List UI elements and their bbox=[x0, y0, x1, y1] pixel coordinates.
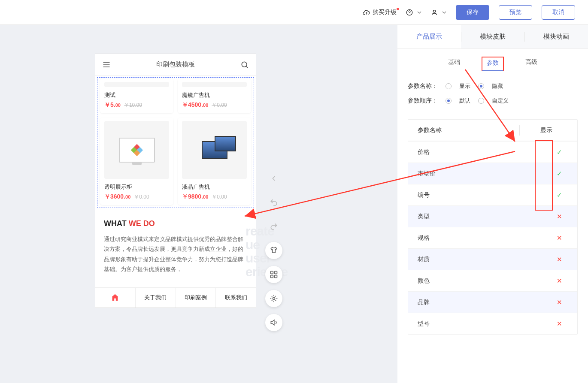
tab-product-display[interactable]: 产品展示 bbox=[397, 25, 461, 48]
head-separator bbox=[519, 125, 520, 136]
phone-header: 印刷包装模板 bbox=[95, 54, 256, 75]
user-icon bbox=[431, 9, 438, 16]
param-name: 规格 bbox=[418, 234, 551, 242]
radio-show-label: 显示 bbox=[459, 82, 470, 90]
param-toggle[interactable]: ✕ bbox=[551, 256, 568, 263]
nav-contact[interactable]: 联系我们 bbox=[215, 288, 256, 308]
product-card[interactable]: 测试 ￥5.00￥10.00 bbox=[100, 78, 173, 113]
panel-tabs: 产品展示 模块皮肤 模块动画 bbox=[397, 25, 588, 49]
param-row: 类型✕ bbox=[408, 205, 577, 227]
nav-home[interactable] bbox=[95, 288, 135, 308]
arrow-left-icon bbox=[270, 174, 278, 183]
svg-rect-5 bbox=[271, 275, 273, 278]
param-toggle[interactable]: ✕ bbox=[551, 299, 568, 306]
product-grid: 测试 ￥5.00￥10.00 魔镜广告机 ￥4500.00￥0.00 透明展示柜… bbox=[100, 78, 251, 205]
radio-default-label: 默认 bbox=[459, 97, 470, 105]
radio-hide[interactable] bbox=[478, 83, 484, 89]
undo-button[interactable] bbox=[265, 194, 282, 211]
product-card[interactable]: 透明展示柜 ￥3600.00￥0.00 bbox=[100, 118, 173, 205]
param-toggle[interactable]: ✓ bbox=[551, 191, 568, 199]
param-toggle[interactable]: ✕ bbox=[551, 277, 568, 285]
back-button[interactable] bbox=[265, 170, 282, 187]
param-name: 型号 bbox=[418, 320, 551, 328]
product-card[interactable]: 魔镜广告机 ￥4500.00￥0.00 bbox=[178, 78, 251, 113]
param-toggle[interactable]: ✕ bbox=[551, 234, 568, 242]
sub-tab-advanced[interactable]: 高级 bbox=[521, 57, 542, 71]
product-image bbox=[182, 121, 247, 179]
param-toggle[interactable]: ✓ bbox=[551, 148, 568, 156]
product-price: ￥4500.00 bbox=[182, 101, 208, 108]
svg-rect-3 bbox=[271, 271, 273, 274]
product-strike: ￥0.00 bbox=[212, 102, 227, 108]
product-strike: ￥10.00 bbox=[124, 102, 142, 108]
setting-label: 参数顺序： bbox=[408, 97, 438, 105]
param-row: 颜色✕ bbox=[408, 270, 577, 291]
sound-button[interactable] bbox=[265, 314, 282, 331]
nav-cases[interactable]: 印刷案例 bbox=[176, 288, 216, 308]
help-icon bbox=[406, 9, 413, 16]
floating-tools bbox=[265, 170, 282, 331]
account-menu[interactable] bbox=[431, 9, 446, 16]
search-icon[interactable] bbox=[240, 60, 249, 69]
help-menu[interactable] bbox=[406, 9, 421, 16]
param-toggle[interactable]: ✓ bbox=[551, 170, 568, 178]
cancel-button[interactable]: 取消 bbox=[542, 5, 575, 20]
save-button[interactable]: 保存 bbox=[456, 5, 489, 20]
param-name: 品牌 bbox=[418, 299, 551, 306]
phone-preview: 印刷包装模板 测试 ￥5.00￥10.00 魔镜广告机 ￥4500.00￥0.0… bbox=[95, 54, 256, 308]
tshirt-icon bbox=[270, 246, 278, 255]
product-strike: ￥0.00 bbox=[212, 194, 227, 200]
sub-tab-basic[interactable]: 基础 bbox=[444, 57, 464, 71]
head-display: 显示 bbox=[525, 127, 568, 134]
param-row: 规格✕ bbox=[408, 227, 577, 248]
product-card[interactable]: 液晶广告机 ￥9800.00￥0.00 bbox=[178, 118, 251, 205]
param-row: 材质✕ bbox=[408, 248, 577, 270]
phone-title: 印刷包装模板 bbox=[156, 60, 195, 69]
svg-point-1 bbox=[433, 10, 435, 12]
param-row: 型号✕ bbox=[408, 313, 577, 334]
tab-module-skin[interactable]: 模块皮肤 bbox=[461, 25, 524, 48]
sub-tab-params[interactable]: 参数 bbox=[482, 57, 504, 71]
tab-module-animation[interactable]: 模块动画 bbox=[524, 25, 588, 48]
product-image bbox=[182, 82, 247, 87]
grid-button[interactable] bbox=[265, 266, 282, 283]
product-name: 液晶广告机 bbox=[182, 183, 247, 191]
redo-button[interactable] bbox=[265, 218, 282, 235]
product-name: 透明展示柜 bbox=[104, 183, 169, 191]
notification-dot bbox=[397, 8, 399, 10]
redo-icon bbox=[270, 222, 278, 231]
radio-hide-label: 隐藏 bbox=[492, 82, 503, 90]
param-toggle[interactable]: ✕ bbox=[551, 213, 568, 220]
param-name: 类型 bbox=[418, 213, 551, 220]
cloud-upload-icon bbox=[363, 9, 370, 16]
grid-icon bbox=[270, 270, 278, 279]
product-grid-selection[interactable]: 测试 ￥5.00￥10.00 魔镜广告机 ￥4500.00￥0.00 透明展示柜… bbox=[97, 77, 254, 208]
svg-rect-4 bbox=[275, 271, 277, 274]
param-table: 参数名称 显示 价格✓市场价✓编号✓类型✕规格✕材质✕颜色✕品牌✕型号✕ bbox=[408, 119, 578, 335]
top-toolbar: 购买升级 保存 预览 取消 bbox=[0, 0, 588, 25]
svg-point-2 bbox=[242, 62, 247, 67]
tshirt-button[interactable] bbox=[265, 242, 282, 259]
radio-show[interactable] bbox=[446, 83, 452, 89]
preview-button[interactable]: 预览 bbox=[499, 5, 532, 20]
product-image bbox=[104, 82, 169, 87]
product-name: 测试 bbox=[104, 91, 169, 99]
radio-custom[interactable] bbox=[478, 98, 484, 104]
param-toggle[interactable]: ✕ bbox=[551, 320, 568, 328]
purchase-upgrade-link[interactable]: 购买升级 bbox=[363, 9, 397, 16]
radio-default[interactable] bbox=[446, 98, 452, 104]
param-row: 品牌✕ bbox=[408, 291, 577, 313]
param-row: 编号✓ bbox=[408, 184, 577, 205]
purchase-upgrade-label: 购买升级 bbox=[373, 9, 397, 16]
gear-icon bbox=[270, 294, 278, 303]
setting-param-order: 参数顺序： 默认 自定义 bbox=[408, 97, 578, 105]
product-price: ￥9800.00 bbox=[182, 193, 208, 200]
settings-block: 参数名称： 显示 隐藏 参数顺序： 默认 自定义 bbox=[397, 71, 588, 119]
settings-gear-button[interactable] bbox=[265, 290, 282, 307]
setting-param-name: 参数名称： 显示 隐藏 bbox=[408, 82, 578, 90]
chevron-down-icon bbox=[417, 10, 421, 15]
nav-about[interactable]: 关于我们 bbox=[135, 288, 176, 308]
svg-point-7 bbox=[273, 298, 275, 300]
menu-icon[interactable] bbox=[102, 60, 111, 69]
undo-icon bbox=[270, 198, 278, 207]
